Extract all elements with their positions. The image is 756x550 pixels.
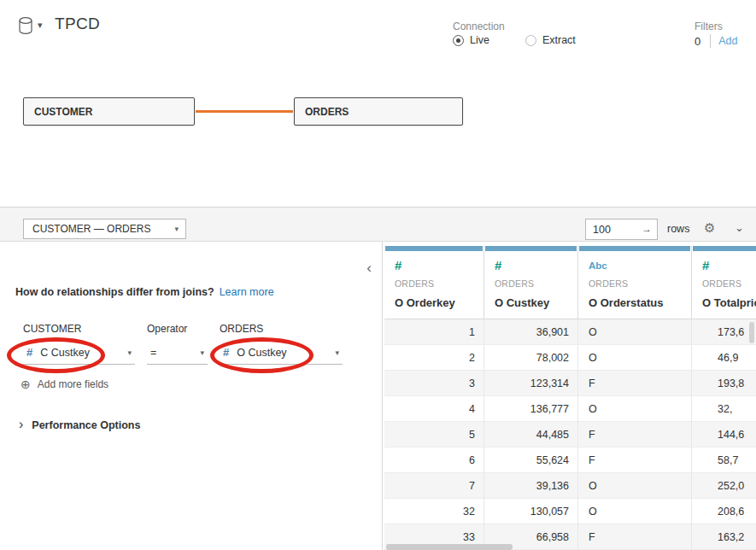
filters-count: 0 [694, 35, 700, 48]
number-type-icon: # [702, 258, 756, 275]
add-filter-link[interactable]: Add [718, 35, 737, 47]
connection-radio-group: Live Extract [453, 34, 576, 46]
table-row: 4 136,777 O 32, [384, 396, 756, 422]
grid-cell: 173,6 [691, 319, 756, 345]
question-text: How do relationships differ from joins? [15, 286, 214, 298]
column-header-o-orderstatus[interactable]: Abc ORDERS O Orderstatus [577, 246, 691, 319]
column-field-name: O Totalprice [702, 296, 756, 309]
left-table-label: CUSTOMER [23, 323, 81, 335]
relationship-noodle[interactable] [196, 110, 293, 113]
left-field-dropdown[interactable]: # C Custkey ▾ [23, 341, 135, 365]
live-radio-label[interactable]: Live [470, 34, 489, 46]
grid-cell: 32 [384, 499, 483, 524]
canvas-table-customer[interactable]: CUSTOMER [23, 97, 195, 126]
extract-radio[interactable] [525, 35, 536, 46]
performance-options-toggle[interactable]: › Performance Options [19, 419, 140, 431]
grid-cell: O [577, 319, 691, 345]
grid-cell: 163,2 [691, 524, 756, 550]
add-more-fields-label: Add more fields [38, 378, 108, 390]
right-field-value: # O Custkey [220, 346, 287, 359]
number-type-icon: # [26, 346, 32, 359]
table-row: 7 39,136 O 252,0 [384, 473, 756, 499]
column-table-caption: ORDERS [495, 278, 577, 289]
table-row: 2 78,002 O 46,9 [384, 345, 756, 371]
vertical-scrollbar[interactable] [749, 322, 754, 343]
grid-cell: 32, [691, 396, 756, 422]
grid-cell: O [577, 499, 691, 524]
operator-label: Operator [147, 323, 187, 335]
extract-radio-label[interactable]: Extract [542, 34, 576, 46]
gear-icon[interactable]: ⚙ [704, 221, 715, 234]
row-limit-field: → [585, 219, 658, 240]
grid-cell: 55,624 [483, 448, 577, 473]
caret-down-icon: ▾ [200, 348, 208, 357]
number-type-icon: # [495, 258, 577, 275]
relationship-selector-value: CUSTOMER — ORDERS [32, 223, 150, 235]
caret-down-icon: ▾ [38, 20, 43, 31]
grid-cell: 5 [384, 422, 483, 448]
column-header-o-orderkey[interactable]: # ORDERS O Orderkey [384, 246, 483, 319]
number-type-icon: # [395, 258, 483, 275]
grid-cell: 1 [384, 319, 483, 345]
datasource-page: ▾ TPCD Connection Live Extract Filters 0… [0, 0, 756, 550]
extract-radio-group: Extract [525, 34, 576, 46]
preview-toolbar: CUSTOMER — ORDERS ▾ → rows ⚙ ⌄ [0, 207, 756, 242]
column-header-body: # ORDERS O Custkey [484, 251, 577, 319]
column-header-body: # ORDERS O Orderkey [384, 251, 483, 319]
left-field-text: C Custkey [40, 347, 90, 359]
grid-cell: 4 [384, 396, 483, 422]
column-header-body: Abc ORDERS O Orderstatus [578, 251, 691, 319]
chevron-right-icon: › [19, 418, 23, 431]
number-type-icon: # [223, 346, 229, 359]
filters-row: 0 Add [694, 34, 737, 48]
caret-down-icon: ▾ [127, 348, 135, 357]
relationship-question: How do relationships differ from joins?L… [15, 286, 274, 298]
filters-label: Filters [694, 20, 723, 32]
live-radio[interactable] [453, 35, 464, 46]
grid-cell: 3 [384, 371, 483, 396]
column-header-body: # ORDERS O Totalprice [692, 251, 756, 319]
database-menu-button[interactable]: ▾ [17, 16, 43, 38]
operator-value: = [147, 347, 156, 359]
table-row: 1 36,901 O 173,6 [384, 319, 756, 345]
add-more-fields-button[interactable]: ⊕ Add more fields [21, 378, 108, 390]
collapse-pane-icon[interactable]: ‹ [366, 260, 372, 275]
page-title: TPCD [55, 15, 100, 33]
plus-circle-icon: ⊕ [21, 378, 31, 390]
grid-cell: 252,0 [691, 473, 756, 499]
grid-cell: 7 [384, 473, 483, 499]
column-field-name: O Custkey [495, 296, 577, 309]
grid-cell: 39,136 [483, 473, 577, 499]
column-header-o-custkey[interactable]: # ORDERS O Custkey [483, 246, 577, 319]
string-type-icon: Abc [589, 258, 691, 275]
horizontal-scrollbar[interactable] [386, 544, 513, 550]
grid-cell: 144,6 [691, 422, 756, 448]
caret-down-icon: ▾ [174, 225, 179, 233]
grid-cell: F [577, 448, 691, 473]
grid-cell: F [577, 524, 691, 550]
grid-cell: F [577, 371, 691, 396]
caret-down-icon: ▾ [335, 348, 343, 357]
apply-row-limit-icon[interactable]: → [642, 223, 652, 235]
column-table-caption: ORDERS [589, 278, 691, 289]
grid-cell: 58,7 [691, 448, 756, 473]
grid-cell: 208,6 [691, 499, 756, 524]
column-header-o-totalprice[interactable]: # ORDERS O Totalprice [691, 246, 756, 319]
chevron-down-icon[interactable]: ⌄ [735, 221, 744, 234]
column-table-caption: ORDERS [395, 278, 483, 289]
connection-label: Connection [453, 20, 505, 32]
right-field-dropdown[interactable]: # O Custkey ▾ [220, 341, 343, 365]
filters-divider [710, 34, 711, 48]
operator-dropdown[interactable]: = ▾ [147, 341, 208, 365]
data-preview-grid: # ORDERS O Orderkey # ORDERS O Custkey A… [384, 242, 756, 550]
relationship-editor-pane: ‹ How do relationships differ from joins… [0, 242, 383, 550]
relationship-selector[interactable]: CUSTOMER — ORDERS ▾ [23, 219, 186, 239]
grid-cell: 136,777 [483, 396, 577, 422]
grid-cell: 193,8 [691, 371, 756, 396]
grid-cell: 130,057 [483, 499, 577, 524]
grid-cell: O [577, 473, 691, 499]
learn-more-link[interactable]: Learn more [220, 286, 274, 298]
grid-cell: F [577, 422, 691, 448]
grid-cell: O [577, 345, 691, 371]
canvas-table-orders[interactable]: ORDERS [294, 97, 463, 126]
